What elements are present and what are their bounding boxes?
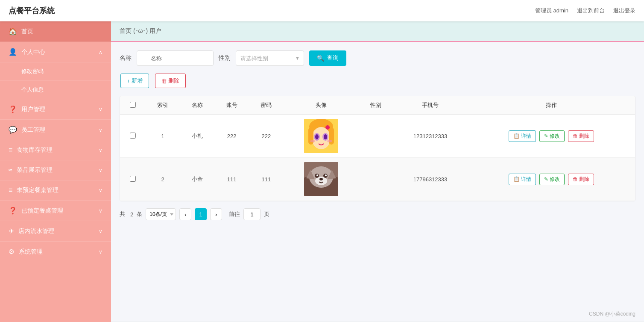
total-unit: 条	[137, 210, 142, 218]
menu-icon: ≈	[9, 166, 12, 174]
inventory-icon: ≡	[9, 146, 12, 154]
row1-phone: 12312312333	[393, 115, 468, 158]
row1-name: 小札	[180, 115, 214, 158]
reserved-icon: ❓	[9, 207, 17, 215]
sidebar-item-flow[interactable]: ✈ 店内流水管理 ∨	[0, 221, 111, 242]
per-page-select-wrap: 10条/页 20条/页 50条/页	[146, 208, 176, 220]
footer-note-text: CSDN @小菜coding	[589, 311, 635, 317]
total-label: 共	[120, 210, 125, 218]
row2-detail-icon: 📋	[513, 176, 520, 182]
name-input-wrap: 🔍	[137, 50, 214, 66]
gender-filter-label: 性别	[219, 54, 231, 62]
data-table-wrap: 索引 名称 账号 密码 头像 性别 手机号 操作	[120, 96, 635, 201]
action-row: + 新增 🗑 删除	[120, 73, 635, 89]
logout-link[interactable]: 退出登录	[613, 7, 635, 15]
back-to-front-link[interactable]: 退出到前台	[577, 7, 605, 15]
sidebar-item-reserved-table[interactable]: ❓ 已预定餐桌管理 ∨	[0, 201, 111, 221]
row2-edit-button[interactable]: ✎ 修改	[539, 174, 565, 185]
col-gender: 性别	[358, 96, 393, 115]
goto-page-input[interactable]	[243, 208, 261, 220]
sys-icon: ⚙	[9, 248, 15, 256]
sidebar-item-menu-display[interactable]: ≈ 菜品展示管理 ∨	[0, 160, 111, 180]
row2-del-icon: 🗑	[573, 176, 578, 182]
svg-point-21	[325, 174, 327, 176]
row1-ops: 📋 详情 ✎ 修改 🗑 删除	[468, 115, 635, 158]
name-search-input[interactable]	[137, 50, 214, 66]
row2-phone: 17796312333	[393, 158, 468, 201]
next-page-button[interactable]: ›	[210, 208, 222, 220]
select-all-checkbox[interactable]	[130, 102, 136, 108]
header: 点餐平台系统 管理员 admin 退出到前台 退出登录	[0, 0, 644, 21]
row1-delete-button[interactable]: 🗑 删除	[568, 130, 594, 142]
query-search-icon: 🔍	[317, 55, 324, 62]
content-area: 名称 🔍 性别 请选择性别 男 女 ▼ 🔍 查询	[111, 42, 644, 321]
total-count: 2	[130, 211, 133, 218]
sidebar-item-flow-label: 店内流水管理	[18, 227, 99, 235]
row2-account: 111	[214, 158, 249, 201]
page-unit: 页	[264, 210, 269, 218]
delete-icon: 🗑	[161, 78, 167, 84]
sidebar-item-unreserved-table[interactable]: ≡ 未预定餐桌管理 ∨	[0, 180, 111, 201]
col-index: 索引	[146, 96, 180, 115]
sidebar-item-user-mgmt[interactable]: ❓ 用户管理 ∨	[0, 99, 111, 120]
svg-point-8	[324, 134, 327, 139]
sidebar-item-reserved-label: 已预定餐桌管理	[21, 207, 99, 215]
detail-icon: 📋	[513, 133, 520, 139]
row2-edit-label: 修改	[550, 176, 560, 183]
col-phone: 手机号	[393, 96, 468, 115]
name-filter-label: 名称	[120, 54, 132, 62]
add-button[interactable]: + 新增	[120, 74, 149, 88]
footer-note: CSDN @小菜coding	[589, 310, 635, 318]
row2-detail-button[interactable]: 📋 详情	[509, 174, 536, 185]
breadcrumb-home: 首页	[120, 27, 132, 34]
add-btn-label: 新增	[132, 77, 143, 85]
col-ops: 操作	[468, 96, 635, 115]
chevron-down-icon-7: ∨	[99, 228, 102, 234]
data-table: 索引 名称 账号 密码 头像 性别 手机号 操作	[120, 96, 635, 201]
row2-checkbox[interactable]	[130, 176, 136, 182]
row1-avatar-cell	[284, 115, 359, 158]
query-btn-label: 查询	[327, 54, 339, 62]
row1-checkbox[interactable]	[130, 133, 136, 139]
sidebar-item-personal[interactable]: 👤 个人中心 ∧	[0, 42, 111, 62]
prev-page-button[interactable]: ‹	[179, 208, 191, 220]
row2-delete-button[interactable]: 🗑 删除	[568, 174, 594, 185]
app-title: 点餐平台系统	[9, 6, 55, 16]
sidebar-item-sys-mgmt[interactable]: ⚙ 系统管理 ∨	[0, 242, 111, 262]
batch-delete-button[interactable]: 🗑 删除	[155, 74, 186, 88]
sidebar-item-staff-mgmt[interactable]: 💬 员工管理 ∨	[0, 120, 111, 140]
staff-icon: 💬	[9, 126, 17, 134]
page-1-button[interactable]: 1	[195, 208, 207, 220]
row1-detail-button[interactable]: 📋 详情	[509, 130, 536, 142]
gender-select[interactable]: 请选择性别 男 女	[236, 50, 304, 66]
main-content: 首页 (･ω･) 用户 名称 🔍 性别 请选择性别 男 女	[111, 21, 644, 322]
col-checkbox	[120, 96, 146, 115]
sidebar-item-home[interactable]: 🏠 首页	[0, 21, 111, 42]
row2-delete-label: 删除	[579, 176, 589, 183]
sidebar-sub-change-pwd[interactable]: 修改密码	[0, 62, 111, 81]
sidebar-item-personal-label: 个人中心	[21, 48, 99, 56]
sidebar-item-home-label: 首页	[21, 28, 102, 35]
header-actions: 管理员 admin 退出到前台 退出登录	[535, 7, 635, 15]
per-page-select[interactable]: 10条/页 20条/页 50条/页	[146, 208, 176, 220]
gender-select-wrap: 请选择性别 男 女 ▼	[236, 50, 304, 66]
admin-label: 管理员 admin	[535, 7, 568, 15]
row1-del-icon: 🗑	[573, 133, 578, 139]
sidebar-item-user-mgmt-label: 用户管理	[21, 106, 99, 113]
sidebar-item-sys-label: 系统管理	[19, 248, 99, 256]
chevron-down-icon-2: ∨	[99, 127, 102, 133]
row1-avatar	[304, 119, 338, 153]
col-account: 账号	[214, 96, 249, 115]
sidebar-sub-personal-info[interactable]: 个人信息	[0, 81, 111, 99]
row2-edit-icon: ✎	[544, 176, 548, 182]
col-name: 名称	[180, 96, 214, 115]
sidebar-item-inventory[interactable]: ≡ 食物库存管理 ∨	[0, 140, 111, 160]
sidebar-item-unreserved-label: 未预定餐桌管理	[17, 186, 99, 194]
query-button[interactable]: 🔍 查询	[309, 50, 346, 66]
row1-password: 222	[249, 115, 284, 158]
chevron-down-icon-3: ∨	[99, 147, 102, 153]
row1-edit-button[interactable]: ✎ 修改	[539, 130, 565, 142]
row2-avatar	[304, 162, 338, 196]
table-header-row: 索引 名称 账号 密码 头像 性别 手机号 操作	[120, 96, 635, 115]
chevron-down-icon-5: ∨	[99, 187, 102, 193]
